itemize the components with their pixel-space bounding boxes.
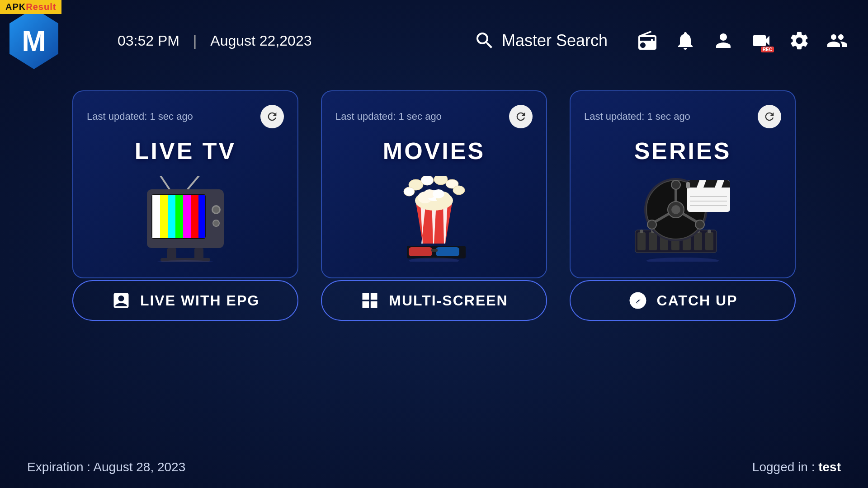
datetime-display: 03:52 PM | August 22,2023 [118,33,311,49]
svg-rect-75 [686,182,690,188]
expiration-info: Expiration : August 28, 2023 [27,460,185,474]
svg-point-14 [213,221,219,226]
svg-point-76 [646,258,719,262]
buttons-section: LIVE WITH EPG MULTI-SCREEN CATCH UP [0,280,868,321]
live-epg-label: LIVE WITH EPG [140,292,259,309]
expiration-label: Expiration : [27,460,90,474]
refresh-icon [266,110,278,123]
page-wrapper: APKResult M 03:52 PM | August 22,2023 Ma… [0,0,868,488]
header: 03:52 PM | August 22,2023 Master Search [0,0,868,81]
multi-screen-icon [360,291,380,310]
live-tv-last-updated: Last updated: 1 sec ago [87,111,193,122]
svg-point-60 [671,180,680,189]
bell-icon [675,30,696,52]
refresh-icon [763,110,776,123]
catchup-icon [628,291,648,310]
movies-last-updated: Last updated: 1 sec ago [335,111,442,122]
switch-user-icon-btn[interactable] [825,28,850,53]
expiration-date-value: August 28, 2023 [93,460,185,474]
logged-in-label: Logged in : [752,460,815,474]
svg-rect-15 [167,248,176,259]
catch-up-button[interactable]: CATCH UP [570,280,796,321]
svg-point-62 [647,220,656,229]
rec-badge: REC [761,47,774,52]
svg-rect-4 [152,195,160,238]
user-icon [712,30,734,52]
svg-point-12 [213,206,219,213]
series-card[interactable]: Last updated: 1 sec ago SERIES [570,90,796,278]
refresh-icon [514,110,527,123]
cards-section: Last updated: 1 sec ago LIVE TV [0,90,868,278]
svg-rect-42 [649,232,657,250]
apk-result-banner: APKResult [0,0,61,14]
svg-rect-16 [194,248,203,259]
movies-refresh-btn[interactable] [509,105,533,128]
popcorn-svg [389,176,479,262]
svg-line-0 [160,176,170,189]
svg-rect-41 [637,232,646,250]
svg-point-21 [434,176,448,185]
logged-in-info: Logged in : test [752,460,841,474]
series-last-updated: Last updated: 1 sec ago [584,111,690,122]
settings-icon-btn[interactable] [787,28,812,53]
svg-rect-8 [183,195,191,238]
svg-point-54 [708,230,711,233]
result-text: Result [26,2,56,12]
svg-rect-10 [198,195,205,238]
switch-user-icon [826,30,848,52]
catch-up-label: CATCH UP [657,292,738,309]
svg-point-20 [421,176,434,185]
master-search-bar[interactable]: Master Search [474,30,608,52]
live-tv-image [131,174,240,264]
tv-svg [136,176,235,262]
divider: | [193,33,197,49]
footer: Expiration : August 28, 2023 Logged in :… [27,460,841,474]
series-card-header: Last updated: 1 sec ago [584,105,781,128]
svg-point-23 [404,187,415,196]
svg-rect-9 [191,195,198,238]
current-date: August 22,2023 [210,33,311,49]
svg-rect-6 [168,195,175,238]
svg-rect-37 [436,247,459,256]
live-tv-card-header: Last updated: 1 sec ago [87,105,284,128]
svg-rect-5 [160,195,168,238]
svg-point-24 [453,186,465,195]
bell-icon-btn[interactable] [673,28,698,53]
live-tv-title: LIVE TV [135,137,236,164]
user-icon-btn[interactable] [711,28,736,53]
svg-point-18 [149,260,222,262]
nav-icons: REC [635,28,850,53]
movies-title: MOVIES [383,137,485,164]
svg-point-61 [695,220,704,229]
svg-rect-7 [175,195,183,238]
multi-screen-button[interactable]: MULTI-SCREEN [321,280,547,321]
svg-rect-47 [705,232,713,250]
series-refresh-btn[interactable] [758,105,781,128]
radio-icon [637,30,658,52]
svg-rect-36 [409,247,432,256]
username-value: test [818,460,841,474]
svg-point-34 [433,189,444,198]
series-image [628,174,737,264]
live-tv-refresh-btn[interactable] [260,105,284,128]
svg-line-1 [188,176,199,189]
movies-image [380,174,488,264]
svg-point-48 [640,230,643,233]
settings-icon [788,30,810,52]
live-tv-card[interactable]: Last updated: 1 sec ago LIVE TV [72,90,298,278]
film-reel-svg [633,176,732,262]
radio-icon-btn[interactable] [635,28,660,53]
movies-card[interactable]: Last updated: 1 sec ago MOVIES [321,90,547,278]
svg-rect-46 [694,232,702,250]
svg-rect-67 [687,188,730,190]
record-icon-btn[interactable]: REC [749,28,774,53]
search-icon [474,30,495,52]
live-epg-button[interactable]: LIVE WITH EPG [72,280,298,321]
svg-rect-38 [431,249,438,252]
movies-card-header: Last updated: 1 sec ago [335,105,533,128]
apk-text: APK [5,2,26,12]
series-title: SERIES [634,137,731,164]
epg-icon [111,291,131,310]
search-label: Master Search [502,31,608,50]
current-time: 03:52 PM [118,33,179,49]
